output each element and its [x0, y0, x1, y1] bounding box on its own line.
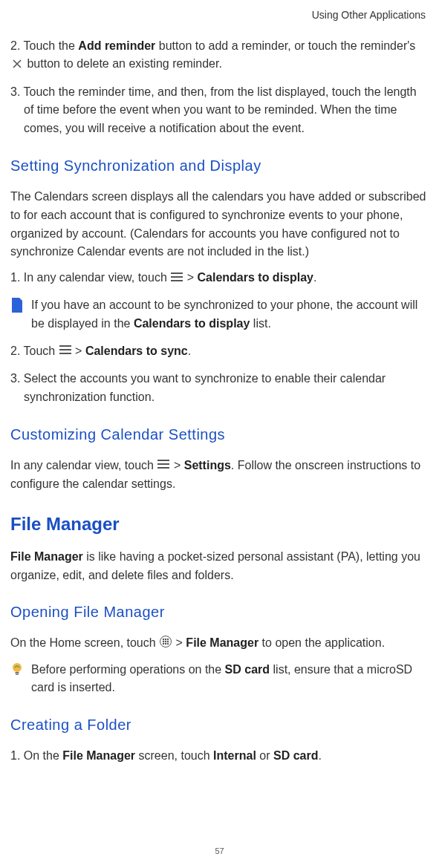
- note-text: If you have an account to be synchronize…: [31, 296, 429, 333]
- menu-icon: [157, 457, 170, 475]
- bold-sd-card: SD card: [225, 663, 270, 676]
- step-3: 3. Touch the reminder time, and then, fr…: [10, 83, 429, 138]
- create-step-1: 1. On the File Manager screen, touch Int…: [10, 747, 429, 766]
- note-sd-card: Before performing operations on the SD c…: [10, 661, 429, 698]
- bold-add-reminder: Add reminder: [78, 39, 155, 52]
- text: or: [256, 749, 273, 762]
- text: 2. Touch the: [10, 39, 78, 52]
- note-account-sync: If you have an account to be synchronize…: [10, 296, 429, 333]
- apps-grid-icon: [159, 635, 172, 653]
- text: to open the application.: [258, 636, 385, 649]
- svg-rect-0: [13, 302, 19, 304]
- step-2: 2. Touch the Add reminder button to add …: [10, 37, 429, 74]
- svg-point-5: [167, 639, 169, 640]
- text: >: [187, 271, 198, 284]
- custom-paragraph: In any calendar view, touch > Settings. …: [10, 457, 429, 494]
- heading-file-manager: File Manager: [10, 510, 429, 538]
- bold-calendars-to-display: Calendars to display: [134, 317, 250, 330]
- heading-opening-fm: Opening File Manager: [10, 601, 429, 624]
- note-document-icon: [10, 298, 24, 313]
- bold-file-manager: File Manager: [10, 550, 83, 563]
- text: .: [318, 749, 321, 762]
- text: 1. In any calendar view, touch: [10, 271, 170, 284]
- text: screen, touch: [135, 749, 213, 762]
- heading-customizing: Customizing Calendar Settings: [10, 423, 429, 446]
- text: 1. On the: [10, 749, 62, 762]
- text: Before performing operations on the: [31, 663, 225, 676]
- page-number: 57: [0, 845, 439, 858]
- svg-point-12: [13, 663, 22, 672]
- svg-point-8: [167, 641, 169, 642]
- page: Using Other Applications 2. Touch the Ad…: [0, 0, 439, 804]
- svg-point-9: [163, 643, 164, 645]
- svg-rect-14: [16, 673, 19, 675]
- text: .: [313, 271, 316, 284]
- fm-open-paragraph: On the Home screen, touch > File Manager…: [10, 634, 429, 653]
- text: >: [176, 636, 186, 649]
- chapter-header: Using Other Applications: [10, 7, 429, 24]
- step-2-text: 2. Touch the Add reminder button to add …: [10, 39, 415, 71]
- text: list.: [250, 317, 270, 330]
- svg-rect-1: [13, 305, 19, 307]
- fm-intro: File Manager is like having a pocket-siz…: [10, 548, 429, 585]
- bold-sd-card: SD card: [273, 749, 318, 762]
- svg-rect-13: [16, 672, 19, 673]
- bold-calendars-to-display: Calendars to display: [198, 271, 314, 284]
- svg-point-3: [163, 639, 164, 640]
- heading-sync-display: Setting Synchronization and Display: [10, 154, 429, 177]
- text: On the Home screen, touch: [10, 636, 159, 649]
- svg-point-4: [165, 639, 166, 640]
- close-icon: [10, 56, 24, 74]
- bold-file-manager: File Manager: [186, 636, 258, 649]
- note-text: Before performing operations on the SD c…: [31, 661, 429, 698]
- svg-point-7: [165, 641, 166, 642]
- text: >: [75, 345, 85, 357]
- svg-point-11: [167, 643, 169, 645]
- text: 2. Touch: [10, 345, 59, 357]
- sync-intro: The Calendars screen displays all the ca…: [10, 188, 429, 261]
- sync-step-3-text: 3. Select the accounts you want to synch…: [24, 370, 429, 407]
- text: button to delete an existing reminder.: [27, 57, 221, 70]
- heading-create-folder: Creating a Folder: [10, 714, 429, 737]
- text: .: [188, 345, 191, 357]
- text: >: [174, 459, 184, 471]
- sync-step-1: 1. In any calendar view, touch > Calenda…: [10, 269, 429, 287]
- sync-step-2: 2. Touch > Calendars to sync.: [10, 342, 429, 361]
- svg-point-10: [165, 643, 166, 645]
- text: In any calendar view, touch: [10, 459, 157, 471]
- svg-point-6: [163, 641, 164, 642]
- bold-calendars-to-sync: Calendars to sync: [85, 345, 188, 357]
- step-3-text: 3. Touch the reminder time, and then, fr…: [24, 83, 429, 138]
- menu-icon: [170, 270, 183, 288]
- menu-icon: [59, 342, 72, 361]
- tip-bulb-icon: [10, 662, 24, 677]
- bold-file-manager: File Manager: [62, 749, 135, 762]
- text: button to add a reminder, or touch the r…: [155, 39, 415, 52]
- bold-settings: Settings: [184, 459, 231, 471]
- bold-internal: Internal: [213, 749, 256, 762]
- sync-step-3: 3. Select the accounts you want to synch…: [10, 370, 429, 407]
